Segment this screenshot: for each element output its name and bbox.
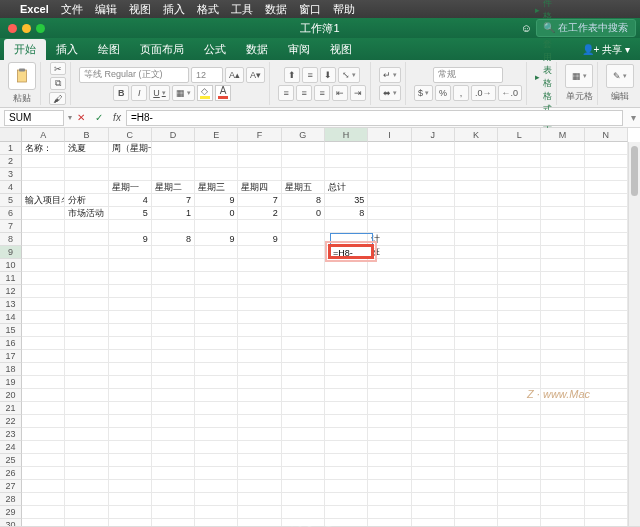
border-button[interactable]: ▦: [172, 85, 195, 101]
cell-G27[interactable]: [282, 480, 325, 493]
cell-B21[interactable]: [65, 402, 108, 415]
column-header-C[interactable]: C: [109, 128, 152, 142]
cell-M17[interactable]: [541, 350, 584, 363]
cell-B26[interactable]: [65, 467, 108, 480]
cell-M16[interactable]: [541, 337, 584, 350]
cell-H2[interactable]: [325, 155, 368, 168]
cell-C4[interactable]: 星期一: [109, 181, 152, 194]
cell-D18[interactable]: [152, 363, 195, 376]
cell-A27[interactable]: [22, 480, 65, 493]
cell-D26[interactable]: [152, 467, 195, 480]
cell-N27[interactable]: [585, 480, 628, 493]
cell-C19[interactable]: [109, 376, 152, 389]
cell-F28[interactable]: [238, 493, 281, 506]
cell-E7[interactable]: [195, 220, 238, 233]
search-input[interactable]: 🔍 在工作表中搜索: [536, 19, 636, 37]
cell-H18[interactable]: [325, 363, 368, 376]
cell-J2[interactable]: [412, 155, 455, 168]
cell-M5[interactable]: [541, 194, 584, 207]
cell-G9[interactable]: [282, 246, 325, 259]
cell-N25[interactable]: [585, 454, 628, 467]
tab-home[interactable]: 开始: [4, 39, 46, 60]
cell-D23[interactable]: [152, 428, 195, 441]
cell-G29[interactable]: [282, 506, 325, 519]
column-header-E[interactable]: E: [195, 128, 238, 142]
cell-L17[interactable]: [498, 350, 541, 363]
cell-K14[interactable]: [455, 311, 498, 324]
cell-L7[interactable]: [498, 220, 541, 233]
fill-color-button[interactable]: ◇: [197, 85, 213, 101]
cell-F2[interactable]: [238, 155, 281, 168]
cell-M12[interactable]: [541, 285, 584, 298]
cells-area[interactable]: 名称：浅夏周（星期一）星期一星期二星期三星期四星期五总计输入项目名称：分析479…: [22, 142, 628, 526]
cell-C25[interactable]: [109, 454, 152, 467]
tab-layout[interactable]: 页面布局: [130, 39, 194, 60]
cell-I22[interactable]: [368, 415, 411, 428]
cell-F14[interactable]: [238, 311, 281, 324]
cell-A17[interactable]: [22, 350, 65, 363]
cell-D5[interactable]: 7: [152, 194, 195, 207]
cell-K15[interactable]: [455, 324, 498, 337]
row-header-15[interactable]: 15: [0, 324, 22, 337]
cell-B22[interactable]: [65, 415, 108, 428]
cell-A14[interactable]: [22, 311, 65, 324]
fx-button[interactable]: fx: [108, 110, 126, 126]
tab-insert[interactable]: 插入: [46, 39, 88, 60]
cell-I21[interactable]: [368, 402, 411, 415]
cell-E2[interactable]: [195, 155, 238, 168]
cell-K11[interactable]: [455, 272, 498, 285]
cell-B5[interactable]: 分析: [65, 194, 108, 207]
cell-B15[interactable]: [65, 324, 108, 337]
row-header-6[interactable]: 6: [0, 207, 22, 220]
font-family-select[interactable]: 等线 Regular (正文): [79, 67, 189, 83]
cell-M10[interactable]: [541, 259, 584, 272]
cell-N1[interactable]: [585, 142, 628, 155]
cell-M28[interactable]: [541, 493, 584, 506]
cell-L23[interactable]: [498, 428, 541, 441]
cell-B17[interactable]: [65, 350, 108, 363]
cell-C2[interactable]: [109, 155, 152, 168]
tab-formulas[interactable]: 公式: [194, 39, 236, 60]
cell-C13[interactable]: [109, 298, 152, 311]
cell-B11[interactable]: [65, 272, 108, 285]
row-header-27[interactable]: 27: [0, 480, 22, 493]
cell-F23[interactable]: [238, 428, 281, 441]
smiley-icon[interactable]: ☺: [521, 22, 532, 34]
cell-L22[interactable]: [498, 415, 541, 428]
row-header-10[interactable]: 10: [0, 259, 22, 272]
comma-button[interactable]: ,: [453, 85, 469, 101]
copy-button[interactable]: ⧉: [50, 77, 66, 90]
decrease-decimal-button[interactable]: ←.0: [498, 85, 523, 101]
cell-B8[interactable]: [65, 233, 108, 246]
align-bottom-button[interactable]: ⬇: [320, 67, 336, 83]
cell-E27[interactable]: [195, 480, 238, 493]
cell-B19[interactable]: [65, 376, 108, 389]
cell-N12[interactable]: [585, 285, 628, 298]
cell-G12[interactable]: [282, 285, 325, 298]
row-header-20[interactable]: 20: [0, 389, 22, 402]
cell-E10[interactable]: [195, 259, 238, 272]
cell-L30[interactable]: [498, 519, 541, 526]
cell-K10[interactable]: [455, 259, 498, 272]
increase-indent-button[interactable]: ⇥: [350, 85, 366, 101]
menu-data[interactable]: 数据: [265, 2, 287, 17]
row-header-23[interactable]: 23: [0, 428, 22, 441]
increase-font-button[interactable]: A▴: [225, 67, 244, 83]
menu-format[interactable]: 格式: [197, 2, 219, 17]
cell-D22[interactable]: [152, 415, 195, 428]
cell-D11[interactable]: [152, 272, 195, 285]
cell-B10[interactable]: [65, 259, 108, 272]
cell-F4[interactable]: 星期四: [238, 181, 281, 194]
cell-F9[interactable]: [238, 246, 281, 259]
cell-J5[interactable]: [412, 194, 455, 207]
cell-E12[interactable]: [195, 285, 238, 298]
cell-J1[interactable]: [412, 142, 455, 155]
cell-C7[interactable]: [109, 220, 152, 233]
cell-C28[interactable]: [109, 493, 152, 506]
cell-G24[interactable]: [282, 441, 325, 454]
cell-D7[interactable]: [152, 220, 195, 233]
cell-F24[interactable]: [238, 441, 281, 454]
cell-N17[interactable]: [585, 350, 628, 363]
cell-G21[interactable]: [282, 402, 325, 415]
cut-button[interactable]: ✂: [50, 62, 66, 75]
